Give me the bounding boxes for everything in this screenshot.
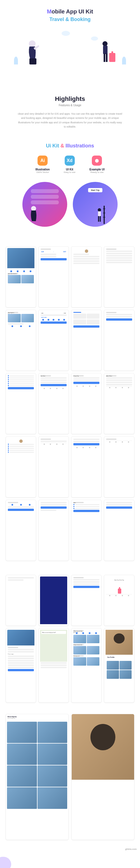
start-trip-button: Start Trip [88, 188, 103, 192]
uikit-title-ill: Illustrations [66, 143, 94, 149]
tool-sub: Easy to use [64, 171, 76, 174]
flight-from: SJB [41, 312, 43, 314]
tree-decoration [122, 57, 126, 64]
svg-rect-5 [106, 54, 107, 62]
flight-from: SJB [41, 251, 44, 252]
phone-tabs [71, 310, 102, 371]
phone-login-2 [104, 500, 134, 561]
phone-social [6, 500, 36, 561]
screens-grid-1: Now what listed in Paris SJB → ONT [0, 238, 140, 569]
phone-list-view [104, 310, 134, 371]
phone-flight-results: SJB ONT EGP 8,500 [38, 310, 69, 371]
tool-name: UI Kit [64, 168, 76, 171]
tool-uikit: Xd UI Kit Easy to use [64, 156, 76, 174]
uikit-title-ui: Ui Kit [46, 143, 59, 149]
flight-price: EGP 8,500 [41, 317, 66, 318]
circles-row: Start Trip [6, 182, 134, 227]
phone-home-hero: Now what listed in Paris [6, 246, 36, 307]
svg-rect-12 [103, 217, 105, 217]
profile-phone-avatar [71, 714, 134, 840]
profile-heading: Our Profile [107, 656, 131, 658]
phone-filter: Filter [71, 500, 102, 561]
tool-sub: Ready to use [90, 171, 105, 174]
add-place-title: Add a Place [106, 375, 116, 376]
person-illustration-left [23, 38, 45, 67]
tool-name: Illustration [36, 168, 50, 171]
phone-add-place: Add a Place [104, 373, 134, 434]
tool-sub: 100% Vector [36, 171, 50, 174]
svg-rect-10 [103, 209, 105, 209]
phone-start-trip: Start Your First Trip [104, 575, 134, 626]
phone-settings-list [104, 246, 134, 307]
profile-handle: @monaelgindy [7, 717, 67, 719]
svg-point-13 [98, 208, 101, 212]
group-trip-title: Group Trip [73, 375, 84, 376]
uikit-section: Ui Kit & Illustrations Ai Illustration 1… [0, 137, 140, 238]
listing-title: Now what listed in Paris [8, 273, 18, 274]
hero-illustration [6, 28, 134, 67]
svg-rect-4 [104, 54, 105, 62]
cloud-decoration [91, 36, 98, 41]
phone-group-trip: Group Trip [71, 373, 102, 434]
svg-rect-3 [103, 46, 107, 54]
discover-title: What can we help you find? [73, 630, 84, 631]
hero-subtitle: Travel & Booking [6, 17, 134, 23]
tool-example: ⬢ Example UI Ready to use [90, 156, 105, 174]
phone-login [38, 500, 69, 561]
svg-point-0 [29, 40, 36, 47]
uikit-title-amp: & [59, 143, 66, 149]
uikit-title: Ui Kit & Illustrations [6, 143, 134, 149]
tool-name: Example UI [90, 168, 105, 171]
circle-illustration-left [23, 182, 67, 227]
tool-illustration: Ai Illustration 100% Vector [36, 156, 50, 174]
subscribe-title: Now listed in Subscribe [8, 312, 18, 313]
map-search: What can we help you find? [41, 631, 66, 634]
highlights-heading: Highlights [11, 95, 129, 102]
flight-to: ONT [64, 312, 66, 314]
svg-rect-1 [29, 58, 36, 64]
price-range-label: Price range [8, 653, 34, 655]
phone-dark-onboard [38, 575, 69, 626]
svg-rect-18 [119, 587, 120, 589]
phone-menu-dates [6, 436, 36, 497]
flight-to: ONT [63, 251, 66, 252]
circle-illustration-right: Start Trip [73, 182, 117, 227]
svg-rect-16 [100, 216, 101, 222]
xd-icon: Xd [65, 156, 75, 166]
hero-title-prefix: M [47, 8, 52, 14]
date-title: Nov Date [41, 375, 51, 376]
svg-rect-7 [111, 51, 113, 54]
svg-rect-14 [98, 211, 101, 216]
hero-title-rest: obile App UI Kit [51, 8, 93, 14]
profile-section: Mona Elgindy @monaelgindy [0, 708, 140, 845]
phone-form [71, 436, 102, 497]
cloud-decoration [62, 31, 70, 36]
svg-rect-15 [98, 216, 99, 222]
unique-homes: Unique homes for your [73, 644, 84, 645]
tree-decoration [14, 57, 18, 64]
example-icon: ⬢ [92, 156, 102, 166]
phone-menu [6, 373, 36, 434]
hero-section: Mobile App UI Kit Travel & Booking [0, 0, 140, 84]
start-trip-label: Start Your First Trip [107, 578, 131, 582]
phone-discover: What can we help you find? Unique homes … [71, 628, 102, 703]
svg-rect-6 [109, 53, 115, 62]
screens-grid-2: Start Your First Trip Price range [0, 569, 140, 708]
svg-rect-11 [103, 213, 105, 213]
phone-map: What can we help you find? [38, 628, 69, 703]
phone-search [6, 575, 36, 626]
hero-title: Mobile App UI Kit [6, 8, 134, 15]
filter-title: Filter [73, 502, 84, 503]
experiences: Dreamy and experiences [73, 655, 84, 656]
phone-flight-search: SJB → ONT [38, 246, 69, 307]
highlights-description: clean and very detailed UI kit for iOS a… [17, 112, 123, 129]
phone-profile-edit [71, 246, 102, 307]
person-illustration-right [98, 39, 117, 67]
tools-row: Ai Illustration 100% Vector Xd UI Kit Ea… [6, 156, 134, 174]
phone-date-picker: Nov Date [38, 373, 69, 434]
svg-point-2 [103, 41, 107, 46]
highlights-section: Highlights Features & Usage clean and ve… [0, 84, 140, 137]
svg-point-8 [31, 206, 36, 211]
highlights-sub: Features & Usage [11, 104, 129, 107]
phone-profile-full: Our Profile [104, 628, 134, 703]
